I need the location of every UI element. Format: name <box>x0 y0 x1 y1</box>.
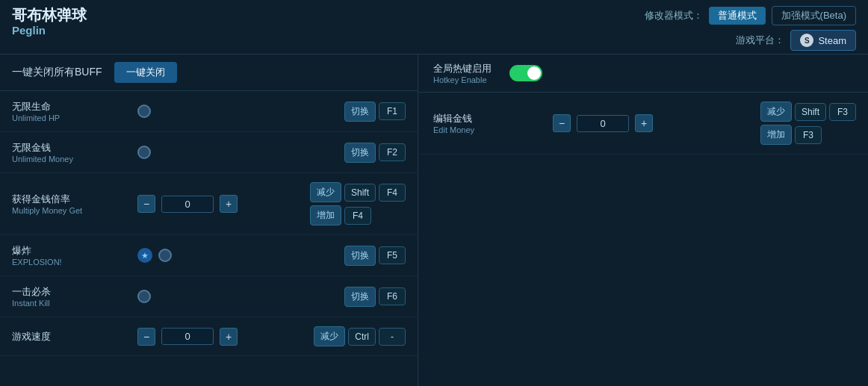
right-panel: 全局热键启用 Hotkey Enable 编辑金钱 Edit Money − + <box>418 55 868 386</box>
hotkey-action-increase-multiply[interactable]: 增加 <box>310 205 341 225</box>
hotkey-action-increase-money[interactable]: 增加 <box>760 125 792 145</box>
feature-edit-money: 编辑金钱 Edit Money − + 减少 Shift F3 增加 <box>418 93 868 155</box>
feature-cn-unlimited-hp: 无限生命 <box>12 100 131 113</box>
feature-en-multiply-money: Multiply Money Get <box>12 206 131 215</box>
feature-en-unlimited-hp: Unlimited HP <box>12 113 131 122</box>
hotkey-text-block: 全局热键启用 Hotkey Enable <box>433 62 492 84</box>
feature-controls-instant-kill <box>137 290 151 303</box>
hotkey-edit-money: 减少 Shift F3 增加 F3 <box>760 102 856 145</box>
normal-mode-button[interactable]: 普通模式 <box>709 7 766 25</box>
feature-label-explosion: 爆炸 EXPLOSION! <box>12 244 131 267</box>
star-badge-explosion: ★ <box>137 248 152 263</box>
feature-en-unlimited-money: Unlimited Money <box>12 155 131 164</box>
hotkey-en: Hotkey Enable <box>433 75 492 84</box>
increase-game-speed[interactable]: + <box>220 328 238 346</box>
hotkey-action-unlimited-hp[interactable]: 切换 <box>344 102 376 122</box>
hotkey-action-decrease-money[interactable]: 减少 <box>760 102 792 122</box>
feature-label-edit-money: 编辑金钱 Edit Money <box>433 112 553 134</box>
platform-row: 游戏平台： S Steam <box>736 30 856 51</box>
title-block: 哥布林弹球 Peglin <box>12 6 87 37</box>
feature-label-unlimited-money: 无限金钱 Unlimited Money <box>12 141 131 164</box>
hotkey-key-f3-money-dec: F3 <box>829 103 856 121</box>
hotkey-action-decrease-speed[interactable]: 减少 <box>314 326 345 346</box>
header-right: 修改器模式： 普通模式 加强模式(Beta) 游戏平台： S Steam <box>645 6 856 51</box>
increase-edit-money[interactable]: + <box>635 114 653 132</box>
left-panel: 一键关闭所有BUFF 一键关闭 无限生命 Unlimited HP 切换 F1 <box>0 55 418 386</box>
hotkey-key-ctrl-speed: Ctrl <box>348 328 376 346</box>
hotkey-key-f3-money-inc: F3 <box>795 126 822 144</box>
feature-unlimited-hp: 无限生命 Unlimited HP 切换 F1 <box>0 91 418 132</box>
toggle-unlimited-money[interactable] <box>137 146 151 159</box>
feature-controls-explosion: ★ <box>137 248 172 263</box>
mode-label: 修改器模式： <box>645 9 703 22</box>
hotkey-action-unlimited-money[interactable]: 切换 <box>344 143 376 163</box>
feature-controls-game-speed: − + <box>137 328 238 346</box>
toggle-instant-kill[interactable] <box>137 290 151 303</box>
feature-controls-unlimited-money <box>137 146 151 159</box>
feature-explosion: 爆炸 EXPLOSION! ★ 切换 F5 <box>0 235 418 276</box>
hotkey-key-minus-speed: - <box>379 328 406 346</box>
feature-cn-unlimited-money: 无限金钱 <box>12 141 131 155</box>
feature-cn-explosion: 爆炸 <box>12 244 131 258</box>
platform-label: 游戏平台： <box>736 34 784 47</box>
toggle-explosion[interactable] <box>158 249 172 262</box>
steam-label: Steam <box>818 35 846 46</box>
one-key-label: 一键关闭所有BUFF <box>12 66 102 79</box>
value-multiply-money[interactable] <box>161 196 214 213</box>
mode-row: 修改器模式： 普通模式 加强模式(Beta) <box>645 6 856 25</box>
hotkey-action-decrease-multiply[interactable]: 减少 <box>310 182 341 202</box>
hotkey-key-shift-money: Shift <box>795 103 826 121</box>
feature-cn-edit-money: 编辑金钱 <box>433 112 553 125</box>
feature-cn-multiply-money: 获得金钱倍率 <box>12 193 131 206</box>
edit-money-controls: − + <box>553 114 653 132</box>
hotkey-explosion: 切换 F5 <box>344 246 406 266</box>
toggle-unlimited-hp[interactable] <box>137 105 151 118</box>
feature-cn-game-speed: 游戏速度 <box>12 330 131 343</box>
hotkey-key-instant-kill: F6 <box>379 287 406 305</box>
value-edit-money[interactable] <box>577 115 629 132</box>
hotkey-key-f4-multiply-dec: F4 <box>379 184 406 202</box>
main-content: 一键关闭所有BUFF 一键关闭 无限生命 Unlimited HP 切换 F1 <box>0 55 868 386</box>
hotkey-key-explosion: F5 <box>379 246 406 264</box>
feature-game-speed: 游戏速度 − + 减少 Ctrl - <box>0 317 418 356</box>
feature-multiply-money: 获得金钱倍率 Multiply Money Get − + 减少 Shift F… <box>0 173 418 235</box>
feature-instant-kill: 一击必杀 Instant Kill 切换 F6 <box>0 276 418 317</box>
feature-en-edit-money: Edit Money <box>433 125 553 134</box>
increase-multiply-money[interactable]: + <box>220 195 238 213</box>
feature-unlimited-money: 无限金钱 Unlimited Money 切换 F2 <box>0 132 418 173</box>
feature-controls-multiply-money: − + <box>137 195 238 213</box>
hotkey-key-shift-multiply: Shift <box>344 184 376 202</box>
hotkey-toggle[interactable] <box>509 65 542 81</box>
feature-label-multiply-money: 获得金钱倍率 Multiply Money Get <box>12 193 131 215</box>
hotkey-key-unlimited-money: F2 <box>379 143 406 161</box>
hotkey-game-speed: 减少 Ctrl - <box>314 326 406 346</box>
hotkey-key-unlimited-hp: F1 <box>379 102 406 120</box>
feature-label-instant-kill: 一击必杀 Instant Kill <box>12 285 131 308</box>
header: 哥布林弹球 Peglin 修改器模式： 普通模式 加强模式(Beta) 游戏平台… <box>0 0 868 55</box>
beta-mode-button[interactable]: 加强模式(Beta) <box>772 6 856 25</box>
one-key-bar: 一键关闭所有BUFF 一键关闭 <box>0 55 418 91</box>
feature-en-instant-kill: Instant Kill <box>12 299 131 308</box>
steam-icon: S <box>800 34 813 47</box>
hotkey-instant-kill: 切换 F6 <box>344 287 406 307</box>
title-en: Peglin <box>12 24 87 37</box>
feature-label-unlimited-hp: 无限生命 Unlimited HP <box>12 100 131 122</box>
feature-en-explosion: EXPLOSION! <box>12 258 131 267</box>
hotkey-unlimited-hp: 切换 F1 <box>344 102 406 122</box>
decrease-multiply-money[interactable]: − <box>137 195 155 213</box>
hotkey-enable-row: 全局热键启用 Hotkey Enable <box>418 55 868 93</box>
value-game-speed[interactable] <box>161 328 214 345</box>
feature-controls-unlimited-hp <box>137 105 151 118</box>
hotkey-cn: 全局热键启用 <box>433 62 492 75</box>
feature-cn-instant-kill: 一击必杀 <box>12 285 131 299</box>
hotkey-unlimited-money: 切换 F2 <box>344 143 406 163</box>
title-cn: 哥布林弹球 <box>12 6 87 24</box>
decrease-edit-money[interactable]: − <box>553 114 571 132</box>
hotkey-key-f4-multiply-inc: F4 <box>344 207 371 225</box>
decrease-game-speed[interactable]: − <box>137 328 155 346</box>
one-key-close-button[interactable]: 一键关闭 <box>114 62 177 83</box>
hotkey-action-explosion[interactable]: 切换 <box>344 246 376 266</box>
feature-label-game-speed: 游戏速度 <box>12 330 131 343</box>
hotkey-action-instant-kill[interactable]: 切换 <box>344 287 376 307</box>
steam-platform-button[interactable]: S Steam <box>790 30 856 51</box>
